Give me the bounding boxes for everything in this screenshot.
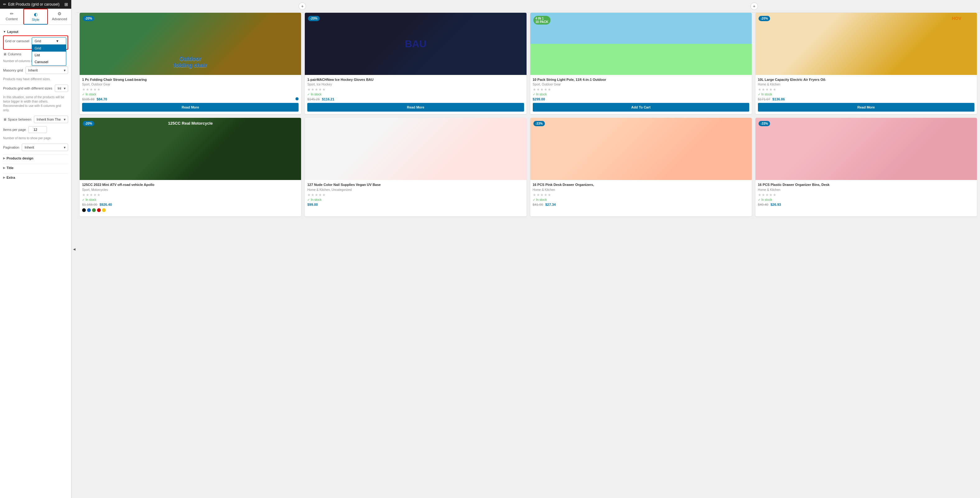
- masonry-inline: Masonry grid Inherit ▼: [3, 67, 68, 74]
- masonry-select[interactable]: Inherit: [25, 67, 68, 74]
- grid-carousel-display[interactable]: Grid ▼: [32, 37, 66, 45]
- product-hov-badge-4: HOV: [952, 16, 961, 21]
- collapse-icon: ◀: [73, 247, 76, 251]
- product-info-8: 16 PCS Plastic Drawer Organizer Bins, De…: [756, 180, 977, 211]
- monitor-icon: 🖥: [3, 52, 6, 56]
- product-badge-8: -33%: [759, 121, 770, 126]
- product-title-2: 1-pairMACHNew Ice Hockey Gloves BAU: [307, 78, 524, 82]
- product-info-5: 125CC 2022 Mini ATV off-road vehicle Apo…: [80, 180, 301, 216]
- layout-arrow-icon: ▼: [3, 30, 6, 33]
- items-per-page-input[interactable]: [28, 126, 47, 133]
- product-price-4: $171.07 $136.86: [758, 97, 974, 101]
- product-stock-3: ✓ In stock: [533, 93, 749, 96]
- option-carousel[interactable]: Carousel: [32, 59, 66, 65]
- tab-style[interactable]: ◐ Style: [23, 9, 48, 25]
- product-card-4: -20% HOV 10L Large Capacity Electric Air…: [756, 13, 977, 114]
- space-between-label: 🖥 Space between: [3, 117, 32, 121]
- product-price-7: $41.00 $27.34: [533, 203, 749, 206]
- items-per-page-inline: Items per page: [3, 126, 68, 133]
- title-section-title: Title: [6, 166, 13, 170]
- product-badge-1: -20%: [83, 16, 94, 21]
- grid-carousel-row: Grid or carousel Grid ▼ Grid List Carous…: [3, 35, 68, 50]
- product-card-5: -20% 125CC Real Motorcycle 125CC 2022 Mi…: [80, 118, 301, 216]
- pagination-select-wrap[interactable]: Inherit ▼: [22, 144, 68, 151]
- style-icon: ◐: [34, 12, 38, 17]
- pagination-select[interactable]: Inherit: [22, 144, 68, 151]
- products-grid: -20% Outdoorfolding chair 1 Pc Folding C…: [76, 13, 980, 219]
- title-arrow-icon: ▶: [3, 166, 5, 170]
- star-4: ★: [93, 87, 97, 92]
- top-plus-bar: + +: [76, 0, 980, 13]
- color-red[interactable]: [97, 208, 101, 212]
- products-diff-label: Products grid with different sizes: [3, 86, 52, 90]
- product-title-6: 127 Nude Color Nail Supplies Vegan UV Ba…: [307, 182, 524, 187]
- color-black[interactable]: [82, 208, 86, 212]
- space-between-select[interactable]: Inherit from Theme $: [34, 116, 68, 123]
- space-between-inline: 🖥 Space between Inherit from Theme $ ▼: [3, 116, 68, 123]
- product-card-1: -20% Outdoorfolding chair 1 Pc Folding C…: [80, 13, 301, 114]
- add-column-right-button[interactable]: +: [751, 3, 758, 10]
- pagination-label: Pagination: [3, 146, 19, 149]
- grid-carousel-label: Grid or carousel: [5, 39, 29, 43]
- product-stars-8: ★★★★★: [758, 193, 974, 197]
- read-more-button-1[interactable]: Read More: [82, 103, 299, 112]
- color-blue[interactable]: [87, 208, 91, 212]
- product-title-3: 10 Pack String Light Pole, 11ft 4-in-1 O…: [533, 78, 749, 82]
- option-grid[interactable]: Grid: [32, 45, 66, 52]
- tab-advanced[interactable]: ⚙ Advanced: [48, 9, 71, 25]
- products-design-title: Products design: [6, 156, 33, 160]
- products-diff-select-wrap[interactable]: Inherit ▼: [55, 84, 68, 92]
- add-column-left-button[interactable]: +: [299, 3, 306, 10]
- product-image-4: -20% HOV: [756, 13, 977, 75]
- content-icon: ✏: [10, 11, 14, 16]
- read-more-button-4[interactable]: Read More: [758, 103, 974, 112]
- extra-section-header[interactable]: ▶ Extra: [3, 173, 68, 181]
- layout-section-header[interactable]: ▼ Layout: [3, 28, 68, 35]
- masonry-row: Masonry grid Inherit ▼ Products may have…: [3, 67, 68, 81]
- product-price-1: $105.88 $84.70: [82, 97, 299, 101]
- space-between-select-wrap[interactable]: Inherit from Theme $ ▼: [34, 116, 68, 123]
- products-diff-inline: Products grid with different sizes Inher…: [3, 84, 68, 92]
- product-stock-1: ✓ In stock: [82, 93, 299, 96]
- product-category-3: Sport, Outdoor Gear: [533, 83, 749, 86]
- product-info-7: 16 PCS Pink Desk Drawer Organizers, Home…: [530, 180, 752, 211]
- product-card-8: -33% 16 PCS Plastic Drawer Organizer Bin…: [756, 118, 977, 216]
- product-category-1: Sport, Outdoor Gear: [82, 83, 299, 86]
- option-list[interactable]: List: [32, 52, 66, 59]
- sidebar-collapse-handle[interactable]: ◀: [72, 0, 76, 498]
- product-image-1: -20% Outdoorfolding chair: [80, 13, 301, 75]
- price-new-1: $84.70: [97, 97, 107, 101]
- products-diff-select[interactable]: Inherit: [55, 84, 68, 92]
- star-3: ★: [89, 87, 93, 92]
- grid-carousel-value: Grid: [35, 39, 41, 43]
- product-stars-3: ★★★★★: [533, 87, 749, 92]
- chevron-down-icon: ▼: [56, 39, 59, 43]
- products-design-section-header[interactable]: ▶ Products design: [3, 154, 68, 162]
- grid-carousel-dropdown: Grid List Carousel: [32, 45, 66, 66]
- product-price-5: $1,168.00 $926.40: [82, 203, 299, 206]
- columns-label: 🖥 Columns: [3, 52, 21, 56]
- product-category-2: Sport, Ice Hockey: [307, 83, 524, 86]
- extra-arrow-icon: ▶: [3, 176, 5, 179]
- product-stock-4: ✓ In stock: [758, 93, 974, 96]
- color-green[interactable]: [92, 208, 96, 212]
- read-more-button-2[interactable]: Read More: [307, 103, 524, 112]
- items-per-page-hint: Number of items to show per page.: [3, 136, 68, 141]
- tab-content[interactable]: ✏ Content: [0, 9, 23, 25]
- main-content: + + -20% Outdoorfolding chair 1 Pc Foldi…: [76, 0, 980, 498]
- grid-carousel-select-wrap[interactable]: Grid ▼ Grid List Carousel: [32, 37, 66, 45]
- masonry-hint: Products may have different sizes.: [3, 77, 68, 81]
- star-2: ★: [86, 87, 89, 92]
- monitor-icon-2: 🖥: [3, 117, 6, 121]
- masonry-select-wrap[interactable]: Inherit ▼: [25, 67, 68, 74]
- title-section-header[interactable]: ▶ Title: [3, 164, 68, 171]
- product-info-4: 10L Large Capacity Electric Air Fryers O…: [756, 75, 977, 114]
- sidebar-tabs: ✏ Content ◐ Style ⚙ Advanced: [0, 9, 71, 25]
- product-stock-6: ✓ In stock: [307, 198, 524, 201]
- product-card-3: 4 IN 110 PACK 10 Pack String Light Pole,…: [530, 13, 752, 114]
- add-to-cart-button-3[interactable]: Add To Cart: [533, 103, 749, 112]
- product-card-6: 127 Nude Color Nail Supplies Vegan UV Ba…: [305, 118, 526, 216]
- color-yellow[interactable]: [102, 208, 106, 212]
- product-badge-3: 4 IN 110 PACK: [533, 16, 551, 25]
- product-info-2: 1-pairMACHNew Ice Hockey Gloves BAU Spor…: [305, 75, 526, 114]
